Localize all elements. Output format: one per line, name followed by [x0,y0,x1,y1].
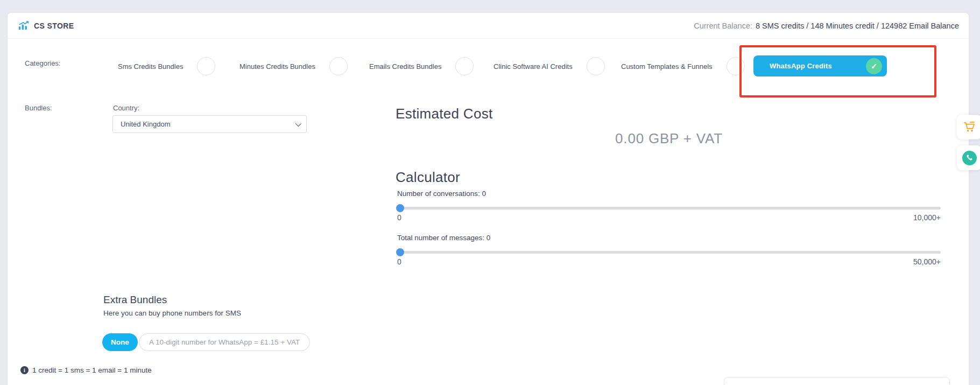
estimated-cost-title: Estimated Cost [396,106,493,122]
whatsapp-number-option-button[interactable]: A 10-digit number for WhatsApp = £1.15 +… [139,333,310,351]
category-emails-credits[interactable]: Emails Credits Bundles [369,54,474,79]
card-header: CS STORE Current Balance:8 SMS credits /… [8,13,969,39]
none-option-button[interactable]: None [102,333,138,351]
category-label: WhatsApp Credits [770,62,832,70]
extra-bundles-subtitle: Here you can buy phone numbers for SMS [103,309,241,317]
categories-section-label: Categories: [25,59,60,67]
messages-slider-label: Total number of messages: 0 [397,234,490,242]
current-balance: Current Balance:8 SMS credits / 148 Minu… [694,22,959,30]
scale-min: 0 [397,213,401,222]
whatsapp-icon [962,151,977,165]
conversations-slider-label: Number of conversations: 0 [397,190,486,198]
balance-label: Current Balance: [694,22,752,30]
whatsapp-contact-button[interactable] [957,145,980,170]
radio-circle[interactable] [455,57,474,75]
cart-icon [963,122,975,132]
credit-equivalence-note: i 1 credit = 1 sms = 1 email = 1 minute [20,366,152,374]
category-ai-credits[interactable]: Clinic Software AI Credits [493,54,605,79]
estimated-cost-value: 0.00 GBP + VAT [397,130,941,147]
slider-thumb[interactable] [396,204,404,212]
cart-button[interactable] [957,115,980,139]
store-card: CS STORE Current Balance:8 SMS credits /… [8,13,969,385]
chevron-down-icon [295,120,301,126]
bottom-panel-edge [724,377,950,385]
page-title: CS STORE [34,22,74,30]
messages-slider-scale: 0 50,000+ [397,257,941,266]
category-label: Sms Credits Bundles [118,62,183,71]
radio-circle[interactable] [329,57,348,75]
country-selected-value: United Kingdom [121,120,295,128]
check-icon: ✓ [866,58,882,74]
category-label: Clinic Software AI Credits [493,62,573,71]
bundles-section-label: Bundles: [25,104,52,112]
category-label: Emails Credits Bundles [369,62,441,71]
chart-icon [18,21,29,30]
category-whatsapp-credits-button[interactable]: WhatsApp Credits ✓ [753,55,887,76]
extra-bundles-title: Extra Bundles [103,294,167,306]
info-icon: i [20,366,29,374]
category-minutes-credits[interactable]: Minutes Credits Bundles [239,54,348,79]
messages-slider[interactable] [397,251,941,254]
radio-circle[interactable] [727,57,745,75]
category-label: Custom Templates & Funnels [621,62,713,71]
calculator-title: Calculator [396,169,460,186]
scale-min: 0 [397,257,401,266]
scale-max: 50,000+ [913,257,941,266]
category-templates-funnels[interactable]: Custom Templates & Funnels [621,54,745,79]
balance-value: 8 SMS credits / 148 Minutes credit / 124… [756,22,959,30]
category-sms-credits[interactable]: Sms Credits Bundles [118,54,215,79]
radio-circle[interactable] [197,57,215,75]
conversations-slider[interactable] [397,207,941,209]
country-label: Country: [113,104,139,112]
country-select[interactable]: United Kingdom [112,115,307,133]
note-text: 1 credit = 1 sms = 1 email = 1 minute [32,366,152,374]
radio-circle[interactable] [587,57,605,75]
category-label: Minutes Credits Bundles [239,62,315,71]
slider-thumb[interactable] [396,248,404,256]
conversations-slider-scale: 0 10,000+ [397,213,941,222]
scale-max: 10,000+ [913,213,941,222]
